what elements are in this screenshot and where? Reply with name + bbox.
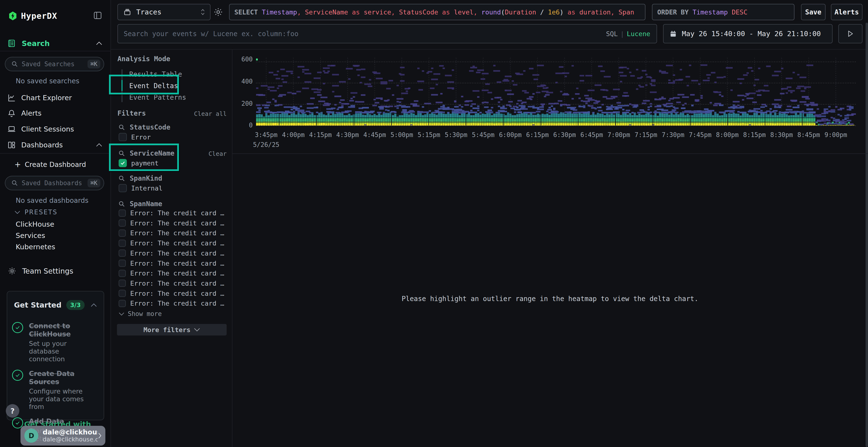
checkbox[interactable] — [119, 230, 126, 237]
checkbox[interactable] — [119, 219, 126, 227]
analysis-mode-title: Analysis Mode — [117, 55, 170, 63]
sidebar-item-search[interactable]: Search — [0, 36, 111, 50]
time-range-picker[interactable]: May 26 15:40:00 - May 26 21:10:00 — [663, 24, 833, 43]
search-icon — [118, 200, 125, 208]
analysis-option-event-patterns[interactable]: Event Patterns — [129, 94, 186, 101]
filter-item-label[interactable]: Error: The credit card … — [130, 280, 224, 287]
checkbox[interactable] — [119, 290, 126, 297]
x-tick-label: 7:00pm — [604, 131, 633, 138]
filter-item-label[interactable]: Error — [131, 133, 151, 141]
source-select-value: Traces — [136, 8, 161, 16]
chevron-down-icon — [14, 210, 20, 214]
get-started-item[interactable]: Connect to ClickHouse Set up your databa… — [12, 322, 97, 363]
sql-mode-toggle[interactable]: SQL — [606, 30, 618, 38]
x-tick-label: 7:45pm — [686, 131, 715, 138]
plus-icon: + — [14, 160, 21, 169]
filter-item-label[interactable]: Error: The credit card … — [130, 219, 224, 227]
sidebar-collapse-icon[interactable] — [93, 10, 102, 20]
checkbox[interactable] — [119, 270, 126, 277]
duration-heatmap[interactable] — [256, 58, 857, 127]
help-button[interactable]: ? — [6, 404, 19, 418]
saved-searches-input[interactable]: ⌘K — [5, 57, 104, 71]
source-select[interactable]: Traces — [117, 4, 211, 20]
search-icon — [118, 124, 125, 131]
y-tick-label: 0 — [236, 122, 253, 129]
event-search-input[interactable] — [124, 30, 606, 38]
get-started-item-desc: Configure where your data comes from — [29, 387, 96, 411]
team-settings-label: Team Settings — [22, 267, 73, 275]
alerts-button[interactable]: Alerts — [831, 4, 863, 20]
more-filters-button[interactable]: More filters — [117, 324, 227, 336]
filter-group-name[interactable]: SpanName — [130, 200, 162, 208]
event-search-bar[interactable]: SQL | Lucene — [117, 24, 657, 43]
save-button[interactable]: Save — [801, 4, 826, 20]
saved-searches-field[interactable] — [22, 61, 88, 68]
show-more-button[interactable]: Show more — [119, 310, 162, 317]
get-started-header[interactable]: Get Started 3/3 — [14, 300, 97, 310]
filter-item-label[interactable]: Error: The credit card … — [130, 239, 224, 247]
filter-item-row[interactable]: Error: The credit card … — [119, 270, 224, 277]
sidebar-item-dashboards[interactable]: Dashboards — [0, 139, 111, 151]
run-query-button[interactable] — [838, 24, 863, 43]
filter-item-label[interactable]: Error: The credit card … — [130, 260, 224, 267]
filter-item-label[interactable]: Error: The credit card … — [130, 249, 224, 257]
checkbox[interactable] — [119, 184, 127, 192]
sidebar-item-client-sessions[interactable]: Client Sessions — [0, 123, 111, 135]
brand-name: HyperDX — [21, 11, 57, 21]
sidebar-item-chart-explorer[interactable]: Chart Explorer — [0, 92, 111, 104]
preset-item-services[interactable]: Services — [16, 232, 45, 240]
filter-item-row[interactable]: Error: The credit card … — [119, 239, 224, 247]
clear-group-button[interactable]: Clear — [179, 150, 227, 157]
checkbox[interactable] — [119, 133, 127, 141]
source-settings-gear-icon[interactable] — [213, 7, 223, 17]
filter-item-row[interactable]: Error: The credit card … — [119, 229, 224, 237]
filter-item-row[interactable]: Error: The credit card … — [119, 209, 224, 217]
x-tick-label: 6:00pm — [496, 131, 525, 138]
preset-item-clickhouse[interactable]: ClickHouse — [16, 220, 54, 228]
filter-item-label[interactable]: Error: The credit card … — [130, 300, 224, 307]
filter-item-row[interactable]: Error: The credit card … — [119, 300, 224, 307]
user-menu[interactable]: D dale@clickhouse.com dale@clickhouse.co… — [21, 426, 105, 446]
sidebar: HyperDX Search ⌘K — [0, 0, 111, 447]
filter-group-header: StatusCode — [118, 123, 170, 131]
checkbox[interactable] — [119, 240, 126, 247]
sidebar-item-alerts[interactable]: Alerts — [0, 107, 111, 119]
filter-item-label[interactable]: Error: The credit card … — [130, 290, 224, 297]
checkbox[interactable] — [119, 260, 126, 267]
x-tick-label: 7:15pm — [631, 131, 660, 138]
presets-toggle[interactable]: PRESETS — [14, 209, 58, 216]
y-tick-label: 200 — [236, 100, 253, 107]
order-by-editor[interactable]: ORDER BY Timestamp DESC — [652, 4, 795, 20]
filter-item-row[interactable]: Error: The credit card … — [119, 260, 224, 267]
filter-item-label[interactable]: Error: The credit card … — [130, 229, 224, 237]
calendar-icon — [669, 30, 677, 38]
chevron-up-icon — [96, 143, 102, 147]
page-scrollbar[interactable] — [866, 23, 868, 447]
filter-group-name[interactable]: StatusCode — [130, 123, 170, 131]
filter-item-row[interactable]: Error: The credit card … — [119, 219, 224, 227]
sql-select-editor[interactable]: SELECT Timestamp, ServiceName as service… — [229, 4, 646, 20]
checkbox[interactable] — [119, 280, 126, 287]
filter-group-name[interactable]: SpanKind — [130, 174, 162, 182]
preset-item-kubernetes[interactable]: Kubernetes — [16, 243, 55, 251]
filter-item-label[interactable]: Internal — [131, 184, 162, 192]
clear-all-button[interactable]: Clear all — [179, 110, 227, 117]
get-started-item[interactable]: Create Data Sources Configure where your… — [12, 370, 97, 411]
x-tick-label: 5:45pm — [469, 131, 498, 138]
lucene-mode-toggle[interactable]: Lucene — [627, 30, 650, 38]
sidebar-item-team-settings[interactable]: Team Settings — [0, 265, 111, 277]
checkbox[interactable] — [119, 249, 126, 257]
filter-item-label[interactable]: Error: The credit card … — [130, 270, 224, 277]
checkbox[interactable] — [119, 209, 126, 217]
filter-item-label[interactable]: Error: The credit card … — [130, 209, 224, 217]
create-dashboard-button[interactable]: + Create Dashboard — [14, 160, 86, 169]
filter-item-row[interactable]: Error: The credit card … — [119, 280, 224, 287]
saved-dashboards-field[interactable] — [22, 179, 88, 187]
checkbox[interactable] — [119, 300, 126, 307]
filter-item-row[interactable]: Error: The credit card … — [119, 249, 224, 257]
filter-item-row[interactable]: Internal — [119, 184, 162, 192]
chevron-up-icon — [96, 41, 102, 45]
filter-item-row[interactable]: Error — [119, 133, 151, 141]
filter-item-row[interactable]: Error: The credit card … — [119, 290, 224, 297]
saved-dashboards-input[interactable]: ⌘K — [5, 176, 104, 190]
